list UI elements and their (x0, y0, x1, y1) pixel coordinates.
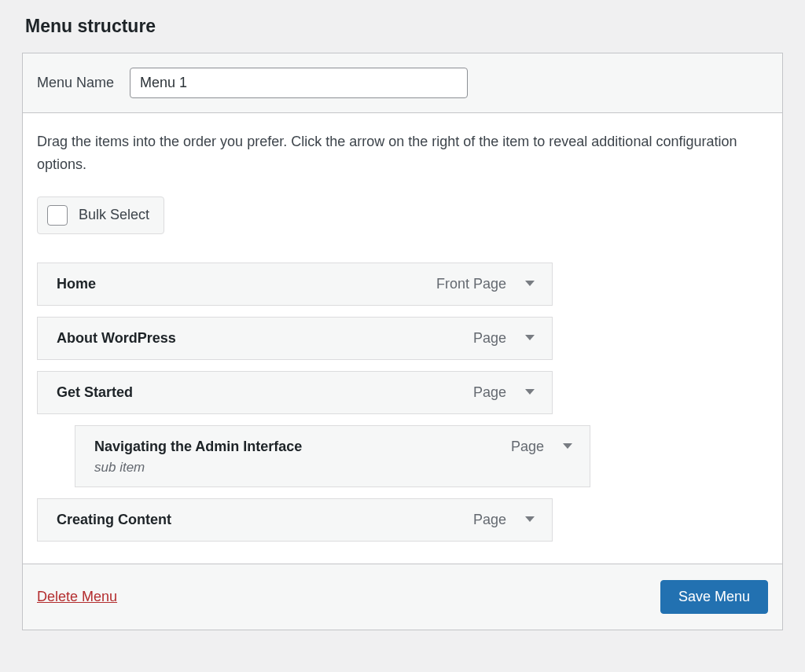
sub-item-label: sub item (94, 455, 575, 476)
chevron-down-icon[interactable] (522, 330, 538, 346)
page-title: Menu structure (0, 0, 805, 53)
menu-item[interactable]: Navigating the Admin Interface Page sub … (75, 425, 590, 487)
menu-item-type: Page (511, 439, 544, 455)
menu-item-title: Navigating the Admin Interface (94, 439, 302, 455)
delete-menu-link[interactable]: Delete Menu (37, 589, 117, 605)
menu-item[interactable]: Get Started Page (37, 371, 553, 414)
menu-item-title: About WordPress (57, 330, 176, 347)
bulk-select-toggle[interactable]: Bulk Select (37, 196, 164, 234)
menu-item-title: Get Started (57, 384, 133, 401)
menu-structure-panel: Menu Name Drag the items into the order … (22, 53, 783, 630)
panel-header: Menu Name (23, 53, 782, 113)
menu-item-type: Page (473, 384, 506, 401)
menu-name-input[interactable] (130, 68, 468, 98)
chevron-down-icon[interactable] (522, 512, 538, 527)
menu-item-title: Creating Content (57, 512, 171, 528)
menu-item[interactable]: Creating Content Page (37, 498, 553, 542)
menu-item[interactable]: Home Front Page (37, 263, 553, 306)
menu-item-type: Page (473, 512, 506, 528)
instructions-text: Drag the items into the order you prefer… (37, 130, 768, 176)
menu-item-title: Home (57, 276, 96, 292)
chevron-down-icon[interactable] (560, 439, 575, 454)
menu-item-type: Front Page (436, 276, 506, 292)
chevron-down-icon[interactable] (522, 384, 538, 400)
menu-item-type: Page (473, 330, 506, 347)
panel-footer: Delete Menu Save Menu (23, 564, 782, 630)
bulk-select-checkbox[interactable] (47, 205, 68, 226)
bulk-select-label: Bulk Select (79, 207, 149, 223)
chevron-down-icon[interactable] (522, 276, 538, 292)
menu-items-list: Home Front Page About WordPress Page (37, 263, 768, 542)
menu-name-label: Menu Name (37, 75, 114, 91)
panel-body: Drag the items into the order you prefer… (23, 113, 782, 564)
save-menu-button[interactable]: Save Menu (660, 580, 768, 614)
menu-item[interactable]: About WordPress Page (37, 317, 553, 360)
